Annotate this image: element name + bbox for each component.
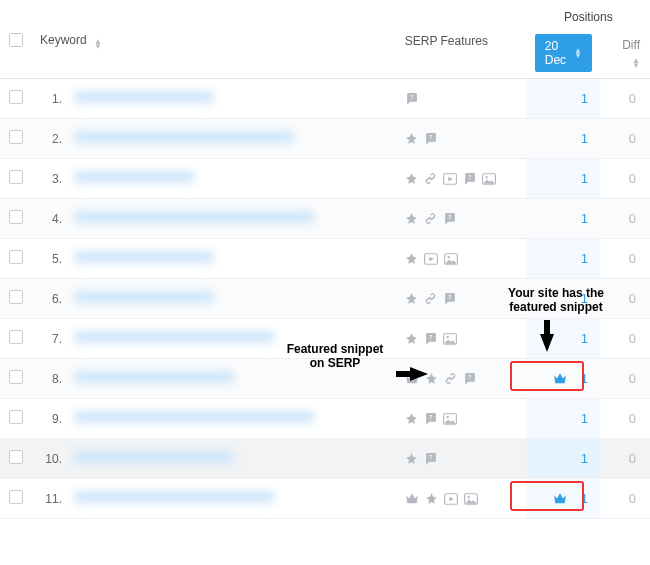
position-cell: 1 bbox=[527, 199, 600, 239]
position-value: 1 bbox=[581, 451, 588, 466]
select-all-checkbox[interactable] bbox=[9, 33, 23, 47]
row-index: 6. bbox=[32, 279, 66, 319]
position-cell: 1 bbox=[527, 479, 600, 519]
table-row[interactable]: 5.10 bbox=[0, 239, 650, 279]
keyword-cell[interactable] bbox=[66, 79, 397, 119]
position-value: 1 bbox=[581, 131, 588, 146]
position-value: 1 bbox=[581, 371, 588, 386]
diff-cell: 0 bbox=[600, 159, 650, 199]
star-icon bbox=[405, 172, 418, 185]
row-checkbox[interactable] bbox=[9, 170, 23, 184]
row-index: 4. bbox=[32, 199, 66, 239]
row-index: 11. bbox=[32, 479, 66, 519]
table-row[interactable]: 2.?10 bbox=[0, 119, 650, 159]
row-checkbox-cell bbox=[0, 79, 32, 119]
keyword-text-blurred bbox=[74, 171, 194, 183]
keyword-cell[interactable] bbox=[66, 439, 397, 479]
link-icon bbox=[444, 372, 457, 385]
star-icon bbox=[405, 412, 418, 425]
diff-cell: 0 bbox=[600, 199, 650, 239]
row-checkbox-cell bbox=[0, 279, 32, 319]
diff-cell: 0 bbox=[600, 359, 650, 399]
link-icon bbox=[424, 172, 437, 185]
img-icon bbox=[444, 253, 458, 265]
row-index: 1. bbox=[32, 79, 66, 119]
keyword-cell[interactable] bbox=[66, 199, 397, 239]
svg-text:?: ? bbox=[447, 214, 451, 221]
crown-icon bbox=[405, 492, 419, 505]
keyword-cell[interactable] bbox=[66, 399, 397, 439]
header-diff[interactable]: Diff ▲▼ bbox=[600, 30, 650, 79]
faq-icon: ? bbox=[463, 372, 476, 385]
header-positions-group: Positions bbox=[527, 0, 650, 30]
row-checkbox[interactable] bbox=[9, 330, 23, 344]
keyword-text-blurred bbox=[74, 91, 214, 103]
serp-features-cell: ? bbox=[397, 79, 527, 119]
faq-icon: ? bbox=[424, 412, 437, 425]
row-checkbox-cell bbox=[0, 199, 32, 239]
position-value: 1 bbox=[581, 491, 588, 506]
table-row[interactable]: 11.10 bbox=[0, 479, 650, 519]
row-checkbox-cell bbox=[0, 439, 32, 479]
star-icon bbox=[405, 212, 418, 225]
annotation-left: Featured snippet on SERP bbox=[270, 342, 400, 371]
row-checkbox-cell bbox=[0, 119, 32, 159]
keyword-cell[interactable] bbox=[66, 239, 397, 279]
row-checkbox[interactable] bbox=[9, 490, 23, 504]
serp-features-cell: ? bbox=[397, 159, 527, 199]
svg-text:?: ? bbox=[428, 134, 432, 141]
video-icon bbox=[424, 253, 438, 265]
row-checkbox[interactable] bbox=[9, 450, 23, 464]
star-icon bbox=[405, 252, 418, 265]
keyword-text-blurred bbox=[74, 291, 214, 303]
row-checkbox[interactable] bbox=[9, 370, 23, 384]
header-keyword-label: Keyword bbox=[40, 33, 87, 47]
img-icon bbox=[464, 493, 478, 505]
date-selector-button[interactable]: 20 Dec ▲▼ bbox=[535, 34, 592, 72]
row-index: 9. bbox=[32, 399, 66, 439]
table-row[interactable]: 10.?10 bbox=[0, 439, 650, 479]
svg-text:?: ? bbox=[467, 374, 471, 381]
keyword-cell[interactable] bbox=[66, 159, 397, 199]
table-row[interactable]: 1.?10 bbox=[0, 79, 650, 119]
sort-icon: ▲▼ bbox=[94, 39, 102, 49]
row-index: 10. bbox=[32, 439, 66, 479]
svg-text:?: ? bbox=[428, 334, 432, 341]
diff-cell: 0 bbox=[600, 239, 650, 279]
row-checkbox[interactable] bbox=[9, 90, 23, 104]
row-checkbox[interactable] bbox=[9, 130, 23, 144]
position-cell: 1 bbox=[527, 119, 600, 159]
svg-text:?: ? bbox=[428, 414, 432, 421]
position-cell: 1 bbox=[527, 159, 600, 199]
serp-features-cell: ? bbox=[397, 319, 527, 359]
keyword-text-blurred bbox=[74, 331, 274, 343]
table-row[interactable]: 9.?10 bbox=[0, 399, 650, 439]
diff-cell: 0 bbox=[600, 319, 650, 359]
svg-point-13 bbox=[446, 336, 448, 338]
row-checkbox[interactable] bbox=[9, 210, 23, 224]
row-checkbox-cell bbox=[0, 239, 32, 279]
serp-table: Keyword ▲▼ SERP Features Positions 20 De… bbox=[0, 0, 650, 519]
row-checkbox-cell bbox=[0, 319, 32, 359]
row-checkbox[interactable] bbox=[9, 290, 23, 304]
table-row[interactable]: 4.?10 bbox=[0, 199, 650, 239]
header-keyword[interactable]: Keyword ▲▼ bbox=[32, 0, 397, 79]
header-serp-features: SERP Features bbox=[397, 0, 527, 79]
keyword-cell[interactable] bbox=[66, 119, 397, 159]
row-checkbox[interactable] bbox=[9, 250, 23, 264]
keyword-text-blurred bbox=[74, 451, 234, 463]
keyword-cell[interactable] bbox=[66, 479, 397, 519]
row-checkbox-cell bbox=[0, 159, 32, 199]
svg-text:?: ? bbox=[428, 454, 432, 461]
header-serp-label: SERP Features bbox=[405, 34, 488, 48]
serp-features-cell bbox=[397, 239, 527, 279]
img-icon bbox=[443, 333, 457, 345]
row-checkbox[interactable] bbox=[9, 410, 23, 424]
serp-features-cell: ? bbox=[397, 439, 527, 479]
position-cell: 1 bbox=[527, 239, 600, 279]
keyword-cell[interactable] bbox=[66, 279, 397, 319]
serp-features-cell bbox=[397, 479, 527, 519]
crown-icon bbox=[553, 372, 567, 385]
table-row[interactable]: 3.?10 bbox=[0, 159, 650, 199]
link-icon bbox=[424, 292, 437, 305]
